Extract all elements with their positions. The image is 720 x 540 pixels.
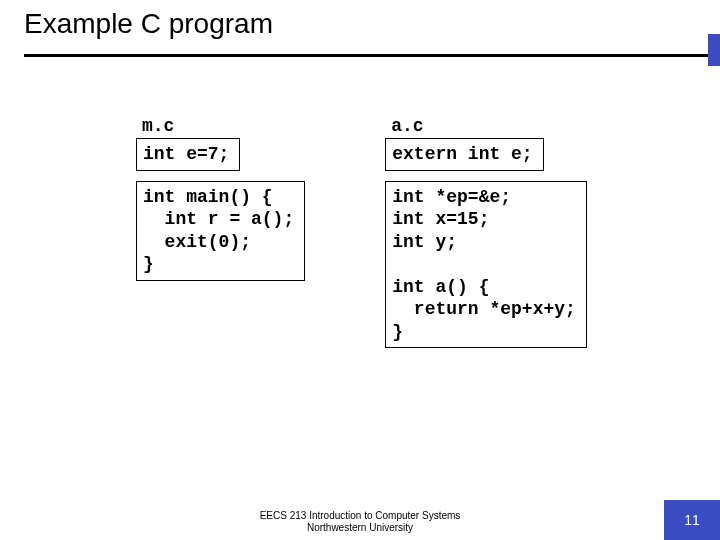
right-column: a.c extern int e; int *ep=&e; int x=15; …	[385, 116, 587, 348]
footer: EECS 213 Introduction to Computer System…	[0, 510, 720, 534]
code-box-right-1: extern int e;	[385, 138, 543, 171]
slide-title: Example C program	[0, 0, 720, 44]
left-column: m.c int e=7; int main() { int r = a(); e…	[136, 116, 305, 281]
filename-left: m.c	[142, 116, 174, 136]
content-area: m.c int e=7; int main() { int r = a(); e…	[0, 76, 720, 348]
rule-block	[708, 34, 720, 66]
code-box-right-2: int *ep=&e; int x=15; int y; int a() { r…	[385, 181, 587, 349]
footer-line-2: Northwestern University	[0, 522, 720, 534]
footer-line-1: EECS 213 Introduction to Computer System…	[0, 510, 720, 522]
page-number: 11	[664, 500, 720, 540]
title-rule	[0, 44, 720, 76]
code-box-left-2: int main() { int r = a(); exit(0); }	[136, 181, 305, 281]
filename-right: a.c	[391, 116, 423, 136]
rule-line	[24, 54, 708, 57]
code-box-left-1: int e=7;	[136, 138, 240, 171]
